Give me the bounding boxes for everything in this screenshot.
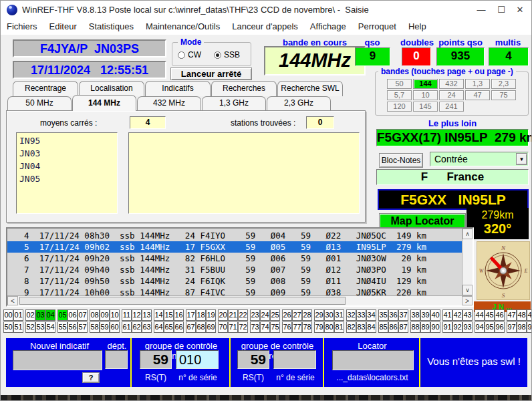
dept-cell[interactable]: 70 [218,321,228,333]
dept-cell[interactable]: 97 [507,321,517,333]
dept-cell[interactable]: 26 [282,309,292,321]
band-button-241[interactable]: 241 [439,102,464,112]
scroll-up-icon[interactable]: ∧ [462,229,473,239]
square-item[interactable]: IN95 [19,134,114,147]
dept-cell[interactable]: 49 [527,309,532,321]
mode-radio-ssb[interactable]: SSB [214,50,240,59]
dept-cell[interactable]: 08 [90,309,100,321]
menu-help[interactable]: Help [402,19,432,35]
menu-affichage[interactable]: Affichage [304,19,352,35]
dept-cell[interactable]: 63 [142,321,152,333]
band-button-10[interactable]: 10 [413,90,438,100]
square-item[interactable]: JN03 [19,147,114,160]
dept-cell[interactable]: 54 [45,321,55,333]
dept-cell[interactable]: 30 [324,309,334,321]
dept-cell[interactable]: 50 [3,321,13,333]
dept-input[interactable] [105,350,128,369]
dept-cell[interactable]: 86 [388,321,398,333]
worked-squares-list[interactable]: IN95JN03JN04JN05 [16,132,118,214]
scroll-right-icon[interactable]: > [462,296,473,305]
dept-cell[interactable]: 98 [517,321,527,333]
dept-cell[interactable]: 42 [452,309,462,321]
dept-cell[interactable]: 96 [495,321,505,333]
dept-cell[interactable]: 13 [142,309,152,321]
tab-recherche-swl[interactable]: Recherche SWL [277,81,343,96]
dept-cell[interactable]: 83 [356,321,366,333]
menu-lanceur-d-appels[interactable]: Lanceur d'appels [226,19,304,35]
dept-cell[interactable]: 61 [122,321,132,333]
menu-editeur[interactable]: Editeur [43,19,83,35]
qso-row[interactable]: 6 17/11/24 09h20 ssb 144MHz 82 F6HLO 59 … [7,253,462,264]
tab-band-2-3-ghz[interactable]: 2,3 GHz [267,96,331,110]
qso-row[interactable]: 5 17/11/24 09h02 ssb 144MHz 17 F5GXX 59 … [7,241,462,253]
dept-cell[interactable]: 58 [90,321,100,333]
dept-cell[interactable]: 43 [462,309,473,321]
chevron-down-icon[interactable]: ▼ [516,153,527,165]
dept-cell[interactable]: 15 [164,309,174,321]
dept-cell[interactable]: 51 [13,321,23,333]
band-button-57[interactable]: 5,7 [387,90,412,100]
dept-cell[interactable]: 04 [45,309,55,321]
scroll-down-icon[interactable]: ∨ [462,285,473,295]
dept-cell[interactable]: 39 [420,309,430,321]
dept-cell[interactable]: 88 [410,321,420,333]
dept-cell[interactable]: 84 [366,321,376,333]
tab-localisation[interactable]: Localisation [79,81,144,96]
dept-cell[interactable]: 65 [164,321,174,333]
dept-cell[interactable]: 16 [174,309,184,321]
band-button-47[interactable]: 47 [465,90,490,100]
dept-cell[interactable]: 01 [13,309,23,321]
band-button-432[interactable]: 432 [439,79,464,89]
dept-cell[interactable]: 25 [270,309,280,321]
menu-fichiers[interactable]: Fichiers [1,19,43,35]
horizontal-scrollbar[interactable]: < > [7,295,473,305]
dept-cell[interactable]: 69 [206,321,216,333]
dept-cell[interactable]: 52 [25,321,35,333]
tab-band-432-mhz[interactable]: 432 MHz [137,96,201,110]
rcvd-serial-input[interactable] [273,350,316,369]
help-button[interactable]: ? [82,372,100,383]
band-button-75[interactable]: 75 [491,90,516,100]
notes-button[interactable]: Bloc-Notes [379,153,423,168]
dept-cell[interactable]: 72 [238,321,248,333]
dept-cell[interactable]: 17 [186,309,196,321]
dept-cell[interactable]: 07 [78,309,88,321]
dept-cell[interactable]: 21 [228,309,238,321]
country-select[interactable]: Contrée ▼ [430,152,529,166]
dept-cell[interactable]: 35 [378,309,388,321]
dept-cell[interactable]: 40 [430,309,440,321]
maximize-button[interactable]: ☐ [491,1,511,19]
tab-band-1-3-ghz[interactable]: 1,3 GHz [202,96,266,110]
tab-recherches[interactable]: Recherches [211,81,277,96]
dept-cell[interactable]: 47 [507,309,517,321]
square-item[interactable]: JN05 [19,172,114,185]
new-callsign-input[interactable] [13,350,102,370]
band-button-145[interactable]: 145 [413,102,438,112]
dept-cell[interactable]: 73 [250,321,260,333]
dept-cell[interactable]: 78 [302,321,312,333]
dept-cell[interactable]: 31 [334,309,344,321]
band-button-24[interactable]: 24 [439,90,464,100]
band-button-23[interactable]: 2,3 [491,79,516,89]
dept-cell[interactable]: 36 [388,309,398,321]
dept-cell[interactable]: 94 [475,321,485,333]
dept-cell[interactable]: 10 [110,309,120,321]
menu-statistiques[interactable]: Statistiques [83,19,140,35]
dept-cell[interactable]: 64 [154,321,164,333]
dept-cell[interactable]: 92 [452,321,462,333]
dept-cell[interactable]: 37 [398,309,408,321]
dept-cell[interactable]: 06 [68,309,78,321]
dept-cell[interactable]: 22 [238,309,248,321]
dept-cell[interactable]: 75 [270,321,280,333]
scrollbar-thumb[interactable] [19,297,346,305]
tab-band-50-mhz[interactable]: 50 MHz [7,96,72,110]
dept-cell[interactable]: 23 [250,309,260,321]
dept-cell[interactable]: 11 [122,309,132,321]
rcvd-rst-input[interactable]: 59 [237,350,269,369]
dept-cell[interactable]: 71 [228,321,238,333]
sent-serial-input[interactable]: 010 [176,350,219,369]
dept-cell[interactable]: 66 [174,321,184,333]
dept-cell[interactable]: 59 [100,321,110,333]
tab-band-144-mhz[interactable]: 144 MHz [72,95,136,111]
found-stations-list[interactable] [128,132,360,214]
